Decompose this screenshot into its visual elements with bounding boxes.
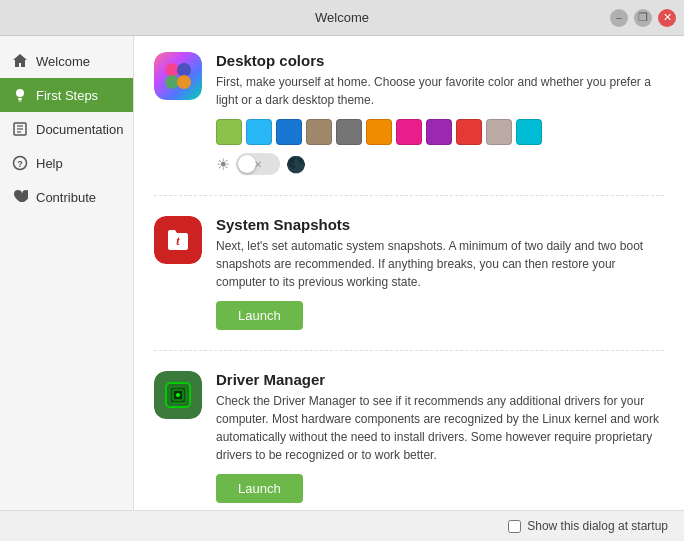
swatch-orange[interactable] <box>366 119 392 145</box>
color-swatches-row <box>216 119 664 145</box>
sidebar-label-help: Help <box>36 156 63 171</box>
colors-app-icon <box>154 52 202 100</box>
toggle-off-indicator: ✕ <box>254 159 262 170</box>
snapshots-launch-button[interactable]: Launch <box>216 301 303 330</box>
main-layout: Welcome First Steps Documen <box>0 36 684 510</box>
svg-point-12 <box>177 75 191 89</box>
swatch-purple[interactable] <box>426 119 452 145</box>
book-icon <box>12 121 28 137</box>
window-title: Welcome <box>315 10 369 25</box>
startup-dialog-checkbox[interactable]: Show this dialog at startup <box>508 519 668 533</box>
svg-rect-2 <box>19 101 22 102</box>
swatch-brown[interactable] <box>306 119 332 145</box>
svg-point-10 <box>177 63 191 77</box>
sidebar-item-welcome[interactable]: Welcome <box>0 44 133 78</box>
driver-icon-graphic <box>154 371 202 419</box>
colors-icon-graphic <box>154 52 202 100</box>
snapshots-icon-graphic: t <box>154 216 202 264</box>
window-controls: − ❐ ✕ <box>610 9 676 27</box>
swatch-light-blue[interactable] <box>246 119 272 145</box>
sidebar-label-first-steps: First Steps <box>36 88 98 103</box>
snapshots-section: t System Snapshots Next, let's set autom… <box>154 216 664 351</box>
startup-checkbox-input[interactable] <box>508 520 521 533</box>
driver-body: Driver Manager Check the Driver Manager … <box>216 371 664 503</box>
colors-description: First, make yourself at home. Choose you… <box>216 73 664 109</box>
driver-launch-button[interactable]: Launch <box>216 474 303 503</box>
swatch-cyan[interactable] <box>516 119 542 145</box>
driver-title: Driver Manager <box>216 371 664 388</box>
content-area: Desktop colors First, make yourself at h… <box>134 36 684 510</box>
close-button[interactable]: ✕ <box>658 9 676 27</box>
sidebar-item-first-steps[interactable]: First Steps <box>0 78 133 112</box>
desktop-colors-section: Desktop colors First, make yourself at h… <box>154 52 664 196</box>
swatch-gray[interactable] <box>336 119 362 145</box>
snapshots-app-icon: t <box>154 216 202 264</box>
startup-checkbox-label: Show this dialog at startup <box>527 519 668 533</box>
maximize-button[interactable]: ❐ <box>634 9 652 27</box>
colors-title: Desktop colors <box>216 52 664 69</box>
svg-point-17 <box>176 393 180 397</box>
swatch-pink[interactable] <box>396 119 422 145</box>
swatch-red[interactable] <box>456 119 482 145</box>
snapshots-body: System Snapshots Next, let's set automat… <box>216 216 664 330</box>
minimize-button[interactable]: − <box>610 9 628 27</box>
snapshots-title: System Snapshots <box>216 216 664 233</box>
svg-point-9 <box>165 63 179 77</box>
svg-rect-1 <box>18 98 22 100</box>
moon-icon: 🌑 <box>286 155 306 174</box>
question-icon: ? <box>12 155 28 171</box>
heart-icon <box>12 189 28 205</box>
svg-point-0 <box>16 89 24 97</box>
dark-mode-toggle[interactable]: ✕ <box>236 153 280 175</box>
footer: Show this dialog at startup <box>0 510 684 541</box>
sun-icon: ☀ <box>216 155 230 174</box>
swatch-beige[interactable] <box>486 119 512 145</box>
sidebar-label-documentation: Documentation <box>36 122 123 137</box>
snapshots-description: Next, let's set automatic system snapsho… <box>216 237 664 291</box>
sidebar-item-help[interactable]: ? Help <box>0 146 133 180</box>
driver-section: Driver Manager Check the Driver Manager … <box>154 371 664 510</box>
sidebar-label-welcome: Welcome <box>36 54 90 69</box>
svg-text:?: ? <box>17 159 23 169</box>
theme-toggle-row: ☀ ✕ 🌑 <box>216 153 664 175</box>
sidebar-item-documentation[interactable]: Documentation <box>0 112 133 146</box>
titlebar: Welcome − ❐ ✕ <box>0 0 684 36</box>
sidebar-item-contribute[interactable]: Contribute <box>0 180 133 214</box>
colors-body: Desktop colors First, make yourself at h… <box>216 52 664 175</box>
lightbulb-icon <box>12 87 28 103</box>
driver-app-icon <box>154 371 202 419</box>
sidebar: Welcome First Steps Documen <box>0 36 134 510</box>
svg-point-11 <box>165 75 179 89</box>
sidebar-label-contribute: Contribute <box>36 190 96 205</box>
home-icon <box>12 53 28 69</box>
driver-description: Check the Driver Manager to see if it re… <box>216 392 664 464</box>
swatch-green[interactable] <box>216 119 242 145</box>
swatch-blue[interactable] <box>276 119 302 145</box>
